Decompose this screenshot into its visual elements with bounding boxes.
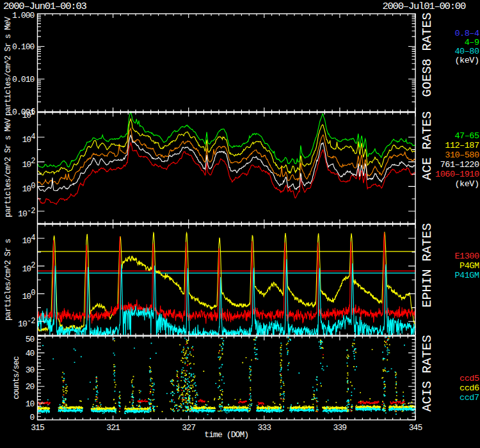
svg-text:327: 327	[182, 423, 195, 433]
svg-text:47–65: 47–65	[454, 131, 479, 141]
svg-text:ccd6: ccd6	[460, 383, 479, 393]
svg-text:0: 0	[30, 413, 35, 422]
svg-text:GOES8 RATES: GOES8 RATES	[420, 13, 435, 97]
svg-text:P4GM: P4GM	[460, 261, 479, 271]
svg-text:40: 40	[26, 349, 35, 358]
svg-text:P41GM: P41GM	[454, 271, 479, 280]
svg-text:0.010: 0.010	[12, 75, 35, 84]
svg-text:40–80: 40–80	[454, 47, 479, 56]
svg-text:counts/sec: counts/sec	[12, 356, 21, 399]
svg-text:1.000: 1.000	[12, 11, 35, 20]
svg-text:10: 10	[26, 399, 35, 409]
svg-text:particles/cm^2 Sr s: particles/cm^2 Sr s	[4, 239, 13, 321]
svg-text:321: 321	[106, 423, 120, 433]
svg-text:112–187: 112–187	[445, 141, 479, 150]
svg-text:4–9: 4–9	[465, 38, 479, 47]
svg-text:310–580: 310–580	[445, 150, 479, 160]
svg-text:339: 339	[333, 423, 347, 433]
svg-text:315: 315	[31, 423, 44, 433]
svg-text:(keV): (keV)	[454, 179, 479, 189]
svg-text:ccd7: ccd7	[460, 393, 479, 403]
svg-text:30: 30	[26, 365, 35, 375]
svg-text:333: 333	[257, 423, 271, 433]
svg-text:50: 50	[26, 335, 35, 344]
svg-text:1060–1910: 1060–1910	[435, 170, 479, 179]
svg-text:EPHIN RATES: EPHIN RATES	[420, 223, 435, 308]
svg-text:0.8–4: 0.8–4	[454, 29, 479, 38]
svg-text:ACIS RATES: ACIS RATES	[420, 335, 435, 412]
svg-text:761–1220: 761–1220	[440, 160, 479, 170]
svg-text:particles/cm^2 Sr s MeV: particles/cm^2 Sr s MeV	[4, 118, 13, 217]
svg-text:particles/cm^2 Sr s MeV: particles/cm^2 Sr s MeV	[4, 17, 13, 116]
svg-text:ccd5: ccd5	[460, 374, 479, 383]
svg-text:E1300: E1300	[454, 252, 479, 261]
svg-text:345: 345	[409, 423, 422, 433]
svg-text:(keV): (keV)	[454, 56, 479, 65]
svg-text:2000–Jul01–00:00: 2000–Jul01–00:00	[382, 1, 466, 12]
svg-text:0.100: 0.100	[12, 42, 35, 52]
svg-text:20: 20	[26, 382, 35, 392]
svg-text:ACE RATES: ACE RATES	[420, 111, 435, 180]
svg-text:time (DOM): time (DOM)	[204, 430, 248, 440]
